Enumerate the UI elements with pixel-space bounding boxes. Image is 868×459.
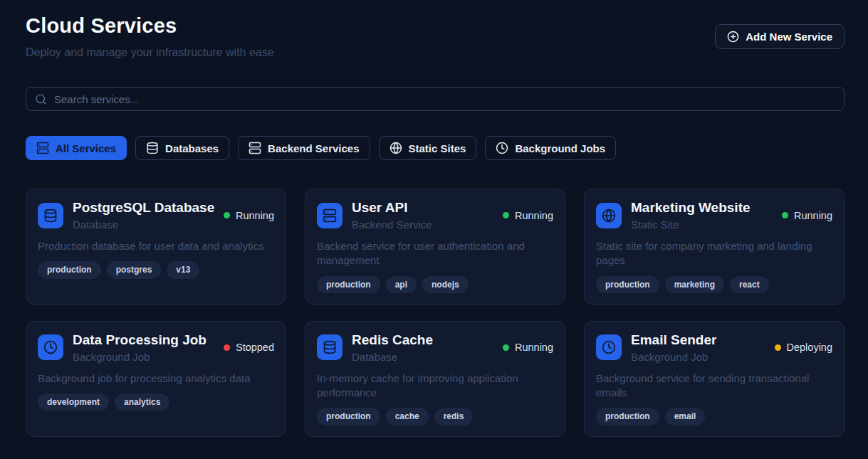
tag: react — [730, 276, 769, 293]
tab-databases[interactable]: Databases — [135, 136, 229, 160]
tag: cache — [386, 408, 429, 425]
page-subtitle: Deploy and manage your infrastructure wi… — [26, 46, 274, 59]
server-icon — [249, 142, 261, 154]
card-header: Email Sender Background Job Deploying — [596, 332, 832, 363]
tag: production — [596, 408, 659, 425]
tag: analytics — [115, 394, 169, 411]
server-icon — [36, 142, 49, 154]
services-grid: PostgreSQL Database Database Running Pro… — [26, 189, 845, 436]
tab-label: Static Sites — [409, 142, 466, 154]
status-badge: Running — [782, 210, 832, 221]
page-header: Cloud Services Deploy and manage your in… — [26, 14, 845, 59]
service-name: Email Sender — [631, 332, 768, 349]
status-label: Running — [236, 210, 274, 221]
service-type: Static Site — [631, 218, 775, 231]
service-name: PostgreSQL Database — [73, 200, 216, 216]
service-description: Production database for user data and an… — [38, 239, 274, 253]
card-titles: Email Sender Background Job — [631, 332, 768, 363]
service-card-data-processing-job[interactable]: Data Processing Job Background Job Stopp… — [26, 321, 286, 437]
tag: production — [596, 276, 659, 293]
service-card-email-sender[interactable]: Email Sender Background Job Deploying Ba… — [584, 321, 845, 437]
globe-icon — [596, 203, 622, 228]
tag-list: production email — [596, 408, 832, 425]
search-icon — [35, 93, 47, 105]
service-type: Backend Service — [352, 218, 496, 231]
tag: email — [665, 408, 706, 425]
status-label: Deploying — [787, 342, 833, 353]
filter-tabs: All Services Databases Backend Services … — [26, 136, 845, 160]
service-description: Background job for processing analytics … — [38, 371, 274, 386]
status-dot — [775, 344, 781, 351]
database-icon — [38, 203, 63, 228]
tag-list: production postgres v13 — [38, 261, 274, 278]
service-name: Data Processing Job — [73, 332, 216, 349]
status-label: Running — [515, 342, 553, 353]
status-label: Stopped — [236, 342, 274, 353]
service-type: Database — [352, 351, 496, 363]
tag: nodejs — [422, 276, 469, 293]
status-badge: Running — [224, 210, 274, 221]
globe-icon — [389, 142, 402, 154]
server-icon — [317, 203, 343, 228]
tag-list: development analytics — [38, 394, 274, 411]
service-type: Database — [73, 218, 216, 231]
status-dot — [224, 212, 230, 218]
tag: production — [38, 261, 101, 278]
header-text: Cloud Services Deploy and manage your in… — [26, 14, 274, 59]
tag-list: production api nodejs — [317, 276, 553, 293]
service-card-marketing-website[interactable]: Marketing Website Static Site Running St… — [584, 189, 845, 305]
add-new-service-button[interactable]: Add New Service — [715, 24, 845, 49]
card-titles: Redis Cache Database — [352, 332, 496, 363]
status-badge: Running — [503, 342, 553, 353]
clock-icon — [596, 334, 622, 360]
page-title: Cloud Services — [26, 14, 274, 38]
tag: v13 — [167, 261, 199, 278]
service-description: Background service for sending transacti… — [596, 371, 832, 401]
tag: marketing — [665, 276, 724, 293]
status-label: Running — [515, 210, 553, 221]
status-dot — [782, 212, 788, 218]
status-dot — [224, 344, 230, 351]
tab-label: All Services — [56, 142, 116, 154]
service-name: User API — [352, 200, 496, 216]
database-icon — [146, 142, 159, 154]
tab-static-sites[interactable]: Static Sites — [379, 136, 477, 160]
search-bar — [26, 87, 845, 111]
service-card-redis-cache[interactable]: Redis Cache Database Running In-memory c… — [305, 321, 565, 437]
page: Cloud Services Deploy and manage your in… — [0, 0, 868, 437]
tag: production — [317, 408, 380, 425]
status-badge: Deploying — [775, 342, 833, 353]
card-header: Marketing Website Static Site Running — [596, 200, 832, 231]
card-header: PostgreSQL Database Database Running — [38, 200, 274, 231]
tag: production — [317, 276, 380, 293]
card-titles: Data Processing Job Background Job — [73, 332, 216, 363]
tab-all-services[interactable]: All Services — [26, 136, 127, 160]
search-input[interactable] — [54, 93, 835, 105]
database-icon — [317, 334, 343, 360]
tag: postgres — [107, 261, 162, 278]
tab-label: Backend Services — [268, 142, 359, 154]
add-new-service-label: Add New Service — [746, 31, 832, 43]
clock-icon — [496, 142, 508, 154]
tag-list: production cache redis — [317, 408, 553, 425]
clock-icon — [38, 334, 63, 360]
status-dot — [503, 212, 509, 218]
service-card-postgresql-database[interactable]: PostgreSQL Database Database Running Pro… — [26, 189, 286, 305]
card-titles: PostgreSQL Database Database — [73, 200, 216, 231]
service-description: In-memory cache for improving applicatio… — [317, 371, 553, 401]
service-type: Background Job — [73, 351, 216, 363]
service-name: Redis Cache — [352, 332, 496, 349]
card-header: User API Backend Service Running — [317, 200, 553, 231]
service-card-user-api[interactable]: User API Backend Service Running Backend… — [305, 189, 565, 305]
tab-backend-services[interactable]: Backend Services — [238, 136, 370, 160]
tab-background-jobs[interactable]: Background Jobs — [485, 136, 616, 160]
status-label: Running — [794, 210, 832, 221]
service-type: Background Job — [631, 351, 768, 363]
tab-label: Databases — [165, 142, 219, 154]
tag: development — [38, 394, 109, 411]
card-titles: User API Backend Service — [352, 200, 496, 231]
tag-list: production marketing react — [596, 276, 832, 293]
status-badge: Stopped — [224, 342, 274, 353]
status-badge: Running — [503, 210, 553, 221]
plus-circle-icon — [727, 31, 739, 43]
